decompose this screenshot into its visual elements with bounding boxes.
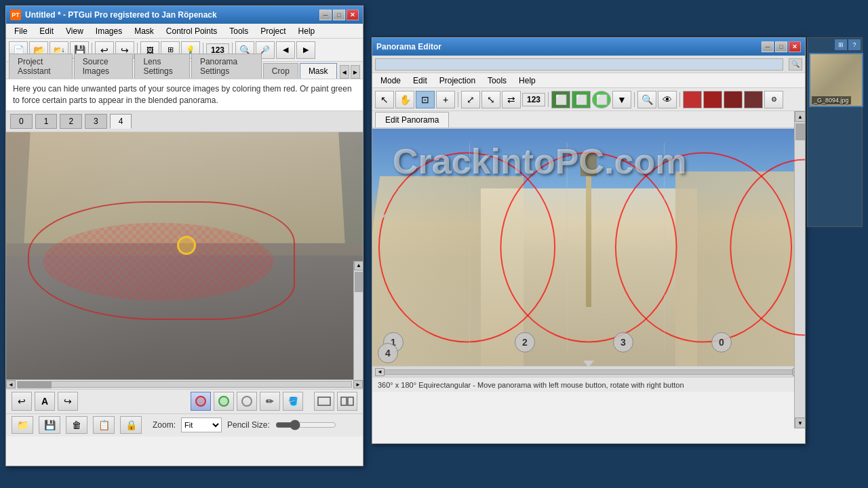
next-image-button[interactable]: ▶ (296, 41, 315, 59)
zoom-select[interactable]: Fit 25% 50% 100% 200% (181, 418, 222, 432)
maximize-button[interactable]: □ (333, 9, 345, 20)
bottom-actions: 📁 💾 🗑 📋 🔒 Zoom: Fit 25% 50% 100% 200% Pe… (6, 413, 363, 436)
pano-add-button[interactable]: + (436, 91, 455, 108)
img-tab-4[interactable]: 4 (110, 114, 132, 129)
scroll-thumb[interactable] (355, 272, 363, 292)
pano-red-btn2[interactable] (703, 91, 722, 108)
menu-project[interactable]: Project (255, 25, 291, 37)
thumb-help-button[interactable]: ? (848, 39, 861, 50)
pano-dropdown-button[interactable]: ▼ (612, 91, 631, 108)
delete-action-button[interactable]: 🗑 (66, 416, 87, 434)
pano-scroll-down-btn[interactable]: ▼ (795, 418, 806, 428)
tab-panorama-settings[interactable]: Panorama Settings (191, 54, 262, 79)
horizontal-scrollbar-thumb[interactable] (18, 382, 52, 388)
redo-mask-button[interactable]: ↪ (58, 392, 78, 411)
vertical-scrollbar[interactable]: ▲ ▼ (353, 261, 363, 380)
tab-next-button[interactable]: ► (351, 65, 360, 79)
pano-move-button[interactable]: ⤢ (461, 91, 480, 108)
pano-rotate-button[interactable]: ⇄ (502, 91, 521, 108)
prev-image-button[interactable]: ◀ (276, 41, 295, 59)
thumbnail-item[interactable]: _G_8094.jpg (809, 53, 863, 107)
pano-menu-edit[interactable]: Edit (408, 75, 433, 87)
tab-prev-button[interactable]: ◄ (340, 65, 349, 79)
pano-titlebar: Panorama Editor ─ □ ✕ (372, 38, 805, 56)
pano-menu-help[interactable]: Help (513, 75, 541, 87)
pano-scroll-left-btn[interactable]: ◄ (375, 368, 384, 376)
pano-menu-mode[interactable]: Mode (375, 75, 406, 87)
panorama-view[interactable]: CrackintoPC.com 1 2 (372, 129, 805, 366)
tab-lens-settings[interactable]: Lens Settings (134, 54, 190, 79)
close-x-button[interactable]: ✕ (379, 210, 388, 223)
img-tab-0[interactable]: 0 (10, 114, 33, 129)
menu-controlpoints[interactable]: Control Points (161, 25, 222, 37)
pencil-size-slider[interactable] (275, 420, 336, 430)
split-view-button[interactable] (337, 392, 357, 411)
pano-pointer-button[interactable]: ↖ (375, 91, 394, 108)
image-canvas[interactable]: ▲ ▼ (6, 132, 363, 380)
resize-handle[interactable] (583, 361, 594, 366)
open-folder-button[interactable]: 📁 (12, 416, 33, 434)
menu-view[interactable]: View (60, 25, 89, 37)
scroll-track[interactable] (354, 270, 363, 380)
tab-mask[interactable]: Mask (300, 63, 337, 79)
pencil-button[interactable]: ✏ (260, 392, 280, 411)
menu-file[interactable]: File (9, 25, 33, 37)
pano-scrollbar[interactable]: ◄ ► (372, 366, 805, 377)
pano-menu-tools[interactable]: Tools (482, 75, 512, 87)
img-tab-1[interactable]: 1 (35, 114, 58, 129)
img-tab-2[interactable]: 2 (60, 114, 82, 129)
minimize-button[interactable]: ─ (319, 9, 332, 20)
pano-search-button[interactable]: 🔍 (789, 58, 802, 70)
pano-menu-projection[interactable]: Projection (434, 75, 481, 87)
pano-more-btn[interactable]: ⚙ (764, 91, 783, 108)
pano-sep-2 (548, 92, 549, 107)
fill-button[interactable]: 🪣 (283, 392, 303, 411)
save-action-button[interactable]: 💾 (39, 416, 60, 434)
pano-red-btn1[interactable] (683, 91, 702, 108)
zoom-label: Zoom: (153, 420, 176, 430)
red-brush-button[interactable] (191, 392, 211, 411)
close-button[interactable]: ✕ (347, 9, 359, 20)
pano-color1-button[interactable]: ⬜ (551, 91, 570, 108)
pano-red-btn4[interactable] (744, 91, 763, 108)
pano-eye-btn[interactable]: 👁 (658, 91, 677, 108)
copy-action-button[interactable]: 📋 (93, 416, 115, 434)
menu-edit[interactable]: Edit (34, 25, 59, 37)
pano-color3-button[interactable]: ⬜ (592, 91, 611, 108)
lock-action-button[interactable]: 🔒 (120, 416, 142, 434)
pano-minimize-button[interactable]: ─ (762, 41, 774, 52)
main-tab-bar: Project Assistant Source Images Lens Set… (6, 62, 363, 79)
scroll-up-button[interactable]: ▲ (354, 261, 363, 270)
scroll-left-button[interactable]: ◄ (6, 380, 16, 388)
menu-images[interactable]: Images (90, 25, 127, 37)
scroll-right-button[interactable]: ► (353, 380, 363, 388)
pano-tab-bar: Edit Panorama (372, 111, 805, 129)
pano-maximize-button[interactable]: □ (775, 41, 787, 52)
tab-project-assistant[interactable]: Project Assistant (9, 54, 73, 79)
thumb-expand-button[interactable]: ⊞ (835, 39, 847, 50)
menu-tools[interactable]: Tools (224, 25, 254, 37)
menu-mask[interactable]: Mask (129, 25, 159, 37)
menu-help[interactable]: Help (293, 25, 321, 37)
green-brush-button[interactable] (214, 392, 234, 411)
pano-scale-button[interactable]: ⤡ (481, 91, 500, 108)
pano-color2-button[interactable]: ⬜ (572, 91, 591, 108)
tab-source-images[interactable]: Source Images (74, 54, 134, 79)
pano-tab-edit[interactable]: Edit Panorama (375, 112, 449, 127)
pano-close-button[interactable]: ✕ (789, 41, 801, 52)
horizontal-scrollbar-track[interactable] (17, 381, 352, 388)
rect-select-button[interactable] (314, 392, 334, 411)
text-tool-button[interactable]: A (35, 392, 55, 411)
undo-mask-button[interactable]: ↩ (12, 392, 32, 411)
pano-crop-button[interactable]: ⊡ (416, 91, 435, 108)
pano-red-btn3[interactable] (724, 91, 743, 108)
pano-scroll-up-btn[interactable]: ▲ (795, 111, 806, 122)
pano-scroll-track[interactable] (384, 369, 793, 375)
horizontal-scroll-area[interactable]: ◄ ► (6, 380, 363, 389)
eraser-button[interactable] (237, 392, 257, 411)
svg-rect-4 (341, 397, 347, 405)
tab-crop[interactable]: Crop (263, 63, 298, 79)
pano-pan-button[interactable]: ✋ (395, 91, 414, 108)
pano-zoom-in-btn[interactable]: 🔍 (637, 91, 656, 108)
img-tab-3[interactable]: 3 (85, 114, 107, 129)
